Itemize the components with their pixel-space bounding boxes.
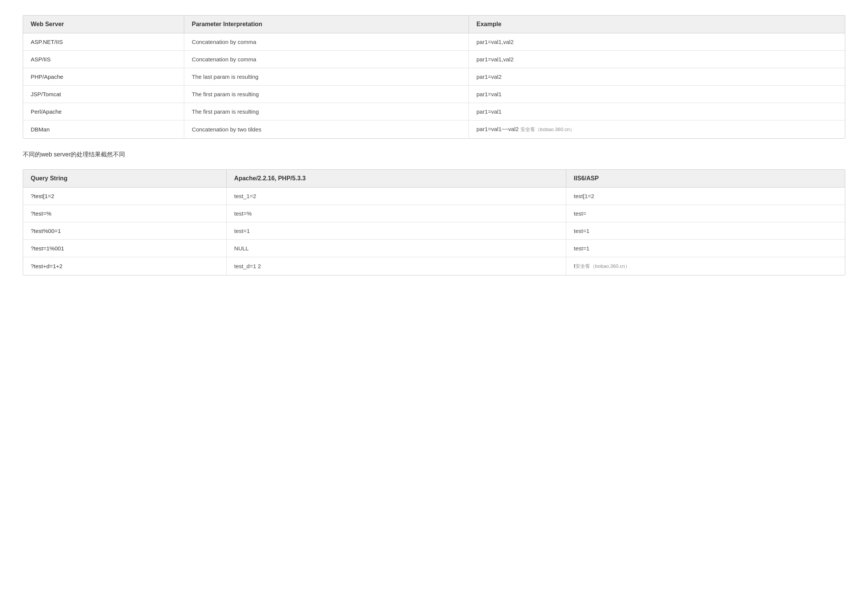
table2-cell-3-0: ?test=1%001	[23, 240, 226, 257]
table1-cell-1-1: Concatenation by comma	[184, 51, 469, 68]
watermark-dbman: 安全客（bobao.360.cn）	[520, 127, 575, 132]
table1-cell-4-0: Perl/Apache	[23, 103, 184, 120]
table1-col-interpretation: Parameter Interpretation	[184, 16, 469, 33]
table-row: ?test=%test=%test=	[23, 205, 845, 222]
table1-cell-4-1: The first param is resulting	[184, 103, 469, 120]
table2-col-apache: Apache/2.2.16, PHP/5.3.3	[226, 170, 566, 188]
table-row: DBManConcatenation by two tildespar1=val…	[23, 120, 845, 139]
table-row: ASP.NET/IISConcatenation by commapar1=va…	[23, 33, 845, 51]
table1-cell-2-0: PHP/Apache	[23, 68, 184, 86]
table2-col-querystring: Query String	[23, 170, 226, 188]
table1-container: Web Server Parameter Interpretation Exam…	[23, 15, 845, 139]
table2-cell-2-0: ?test%00=1	[23, 222, 226, 240]
table1-cell-4-2: par1=val1	[468, 103, 845, 120]
table2-cell-1-0: ?test=%	[23, 205, 226, 222]
table1-cell-0-0: ASP.NET/IIS	[23, 33, 184, 51]
table-row: ?test[1=2test_1=2test[1=2	[23, 188, 845, 205]
table1-header-row: Web Server Parameter Interpretation Exam…	[23, 16, 845, 33]
table1-cell-0-1: Concatenation by comma	[184, 33, 469, 51]
watermark-table2: 安全客（bobao.360.cn）	[575, 263, 630, 269]
table2-container: Query String Apache/2.2.16, PHP/5.3.3 II…	[23, 169, 845, 275]
table1-cell-3-2: par1=val1	[468, 86, 845, 103]
table1-cell-1-2: par1=val1,val2	[468, 51, 845, 68]
table-row: Perl/ApacheThe first param is resultingp…	[23, 103, 845, 120]
table2: Query String Apache/2.2.16, PHP/5.3.3 II…	[23, 170, 845, 275]
table2-cell-3-2: test=1	[566, 240, 845, 257]
table-row: ?test%00=1test=1test=1	[23, 222, 845, 240]
table2-col-iis: IIS6/ASP	[566, 170, 845, 188]
table1-cell-5-1: Concatenation by two tildes	[184, 120, 469, 139]
table1-cell-2-1: The last param is resulting	[184, 68, 469, 86]
table2-cell-3-1: NULL	[226, 240, 566, 257]
table1-cell-2-2: par1=val2	[468, 68, 845, 86]
table1: Web Server Parameter Interpretation Exam…	[23, 16, 845, 138]
mid-text: 不同的web server的处理结果截然不同	[23, 151, 845, 159]
table1-col-example: Example	[468, 16, 845, 33]
table-row: JSP/TomcatThe first param is resultingpa…	[23, 86, 845, 103]
table2-cell-4-1: test_d=1 2	[226, 257, 566, 275]
table2-cell-0-0: ?test[1=2	[23, 188, 226, 205]
table2-cell-1-2: test=	[566, 205, 845, 222]
table1-cell-5-2: par1=val1~~val2 安全客（bobao.360.cn）	[468, 120, 845, 139]
table-row: ASP/IISConcatenation by commapar1=val1,v…	[23, 51, 845, 68]
table2-cell-1-1: test=%	[226, 205, 566, 222]
table-row: ?test+d=1+2test_d=1 2t安全客（bobao.360.cn）	[23, 257, 845, 275]
table-row: PHP/ApacheThe last param is resultingpar…	[23, 68, 845, 86]
table2-cell-0-1: test_1=2	[226, 188, 566, 205]
table1-col-webserver: Web Server	[23, 16, 184, 33]
table1-cell-3-1: The first param is resulting	[184, 86, 469, 103]
table2-header-row: Query String Apache/2.2.16, PHP/5.3.3 II…	[23, 170, 845, 188]
table2-cell-4-0: ?test+d=1+2	[23, 257, 226, 275]
table-row: ?test=1%001NULLtest=1	[23, 240, 845, 257]
table1-cell-5-0: DBMan	[23, 120, 184, 139]
table2-cell-2-2: test=1	[566, 222, 845, 240]
table2-cell-4-2: t安全客（bobao.360.cn）	[566, 257, 845, 275]
table2-cell-0-2: test[1=2	[566, 188, 845, 205]
table1-cell-1-0: ASP/IIS	[23, 51, 184, 68]
table1-cell-0-2: par1=val1,val2	[468, 33, 845, 51]
table1-cell-3-0: JSP/Tomcat	[23, 86, 184, 103]
table2-cell-2-1: test=1	[226, 222, 566, 240]
